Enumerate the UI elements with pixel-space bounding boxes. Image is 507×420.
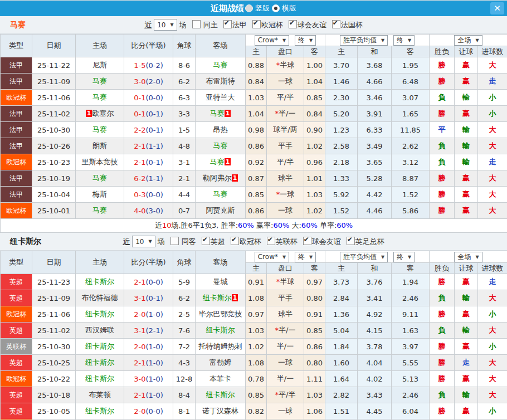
corner-count: 8-6 bbox=[173, 57, 196, 74]
checkbox-efl-cup[interactable] bbox=[267, 237, 275, 245]
recent-link[interactable]: 近 bbox=[144, 20, 152, 30]
radio-horizontal-layout[interactable] bbox=[272, 4, 280, 12]
result-winloss: 勝 bbox=[430, 371, 455, 387]
avg-home: 3.73 bbox=[325, 274, 358, 290]
result-handicap: 走 bbox=[455, 355, 478, 371]
avg-home: 1.64 bbox=[325, 371, 358, 387]
handicap-line: 平手 bbox=[267, 138, 304, 154]
match-count-select-2[interactable]: 10▼ bbox=[132, 236, 155, 247]
avg-final-select[interactable]: 终▼ bbox=[393, 35, 415, 46]
odds-source-select-2[interactable]: Crow*▼ bbox=[255, 252, 289, 262]
checkbox-friendly-m[interactable] bbox=[289, 20, 297, 28]
checkbox-ligue1[interactable] bbox=[223, 20, 232, 28]
col-header-odds-home: 主 bbox=[246, 46, 267, 57]
chevron-down-icon: ▼ bbox=[475, 255, 479, 260]
avg-away: 1.95 bbox=[392, 57, 430, 74]
checkbox-ucl-n[interactable] bbox=[231, 237, 239, 245]
radio-vertical-layout[interactable] bbox=[245, 4, 253, 12]
result-handicap: 赢 bbox=[455, 106, 478, 122]
checkbox-ucl-m[interactable] bbox=[252, 20, 261, 28]
corner-count: 2-1 bbox=[173, 170, 196, 187]
match-score: 2-1(1-0) bbox=[124, 355, 173, 371]
away-team: 亚特兰大 bbox=[196, 90, 246, 106]
same-away-label: 同客 bbox=[182, 237, 196, 246]
avg-home: 1.36 bbox=[325, 306, 358, 323]
odds-final-select[interactable]: 终▼ bbox=[295, 35, 316, 46]
checkbox-friendly-n[interactable] bbox=[303, 237, 311, 245]
avg-draw: 3.43 bbox=[358, 387, 392, 403]
avg-away: 2.46 bbox=[392, 290, 430, 306]
match-date: 25-10-26 bbox=[32, 138, 76, 154]
odds-home: 0.84 bbox=[246, 74, 267, 90]
col-header-odds-away: 客 bbox=[304, 46, 325, 57]
checkbox-same-away[interactable] bbox=[170, 237, 179, 245]
odds-source-select[interactable]: Crow*▼ bbox=[255, 35, 289, 46]
recent-link-2[interactable]: 近 bbox=[123, 237, 130, 247]
home-team: 马赛 bbox=[76, 203, 124, 219]
league-badge-cell: 英超 bbox=[1, 274, 32, 290]
avg-home: 2.58 bbox=[325, 138, 358, 154]
scope-select-2[interactable]: 全场▼ bbox=[454, 252, 482, 262]
avg-away: 5.86 bbox=[392, 203, 430, 219]
match-date: 25-10-30 bbox=[32, 122, 76, 138]
corner-count: 5-9 bbox=[173, 274, 196, 290]
odds-home: 1.04 bbox=[246, 106, 267, 122]
result-handicap: 輸 bbox=[455, 323, 478, 339]
red-card-badge: 1 bbox=[232, 294, 238, 301]
odds-away: 1.02 bbox=[304, 138, 325, 154]
scope-select[interactable]: 全场▼ bbox=[454, 35, 482, 46]
home-team: 西汉姆联 bbox=[76, 323, 124, 339]
chevron-down-icon: ▼ bbox=[381, 38, 384, 43]
newcastle-results-table: 类型 日期 主场 比分(半场) 角球 客场 Crow*▼ 终▼ 胜平负均值▼ 终… bbox=[0, 251, 507, 420]
corner-count: 8-1 bbox=[173, 403, 196, 419]
newcastle-match-row: 英超25-11-23纽卡斯尔2-1(0-0)5-9曼城0.91*半球0.973.… bbox=[1, 274, 507, 290]
handicap-line: *平/半 bbox=[267, 387, 304, 403]
col-header-avg-away: 客 bbox=[392, 46, 430, 57]
avg-away: 1.52 bbox=[392, 187, 430, 203]
col-header-goalcount: 进球数 bbox=[478, 46, 507, 57]
away-team: 马赛1 bbox=[196, 154, 246, 170]
handicap-line: 一球 bbox=[267, 203, 304, 219]
handicap-line: 平手 bbox=[267, 290, 304, 306]
avg-draw: 5.28 bbox=[358, 170, 392, 187]
checkbox-same-home[interactable] bbox=[192, 20, 201, 28]
match-date: 25-11-09 bbox=[32, 74, 76, 90]
newcastle-match-row: 英超25-10-05纽卡斯尔2-0(0-0)8-1诺丁汉森林0.82一球1.06… bbox=[1, 403, 507, 419]
odds-final-select-2[interactable]: 终▼ bbox=[295, 252, 316, 262]
avg-home: 5.92 bbox=[325, 187, 358, 203]
chevron-down-icon: ▼ bbox=[475, 38, 479, 43]
away-team: 毕尔巴鄂竞技 bbox=[196, 306, 246, 323]
dialog-titlebar: 近期战绩 竖版 横版 ✕ bbox=[0, 1, 507, 16]
avg-final-select-2[interactable]: 终▼ bbox=[393, 252, 415, 262]
away-team: 阿贾克斯 bbox=[196, 203, 246, 219]
odds-away: 1.03 bbox=[304, 187, 325, 203]
avg-home: 2.30 bbox=[325, 90, 358, 106]
league-badge-cell: 欧冠杯 bbox=[1, 154, 32, 170]
checkbox-fa-cup[interactable] bbox=[347, 237, 355, 245]
avg-draw: 4.45 bbox=[358, 403, 392, 419]
avg-odds-select-2[interactable]: 胜平负均值▼ bbox=[340, 252, 388, 262]
result-goals: 大 bbox=[478, 187, 507, 203]
avg-home: 3.70 bbox=[325, 57, 358, 74]
result-winloss: 勝 bbox=[430, 403, 455, 419]
chevron-down-icon: ▼ bbox=[309, 255, 313, 260]
result-winloss: 負 bbox=[430, 290, 455, 306]
odds-away: 0.97 bbox=[304, 274, 325, 290]
handicap-line: 平/半 bbox=[267, 90, 304, 106]
home-team: 尼斯 bbox=[76, 57, 124, 74]
corner-count: 6-3 bbox=[173, 90, 196, 106]
odds-home: 1.02 bbox=[246, 339, 267, 355]
home-team: 里斯本竞技 bbox=[76, 154, 124, 170]
result-goals: 大 bbox=[478, 371, 507, 387]
avg-draw: 4.04 bbox=[358, 355, 392, 371]
league-badge-cell: 英超 bbox=[1, 290, 32, 306]
checkbox-coupe-de-france[interactable] bbox=[332, 20, 340, 28]
checkbox-epl[interactable] bbox=[202, 237, 210, 245]
close-icon[interactable]: ✕ bbox=[490, 2, 504, 14]
result-goals: 小 bbox=[478, 106, 507, 122]
avg-odds-select[interactable]: 胜平负均值▼ bbox=[340, 35, 388, 46]
avg-draw: 4.15 bbox=[358, 323, 392, 339]
away-team: 纽卡斯尔 bbox=[196, 323, 246, 339]
match-count-select[interactable]: 10▼ bbox=[154, 19, 177, 31]
col-header-corner: 角球 bbox=[173, 251, 196, 274]
